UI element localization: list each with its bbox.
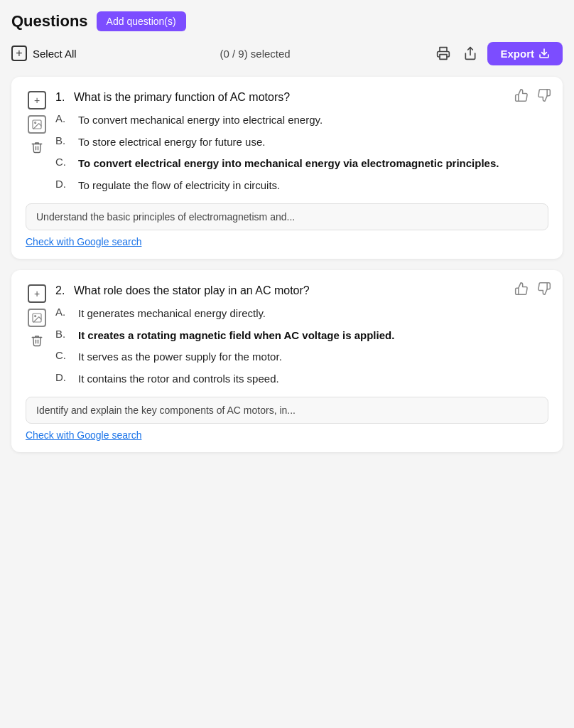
- card-top-actions: [513, 87, 553, 107]
- option-letter: C.: [55, 156, 71, 168]
- answer-option: C. It serves as the power supply for the…: [55, 349, 548, 365]
- image-icon: [28, 309, 46, 327]
- option-text: To convert electrical energy into mechan…: [78, 156, 548, 172]
- thumbs-up-icon: [514, 282, 529, 296]
- questions-list: + 1. What is the primar: [11, 77, 563, 452]
- option-text: It generates mechanical energy directly.: [78, 306, 548, 322]
- question-content: 1. What is the primary function of AC mo…: [55, 91, 548, 193]
- google-search-link[interactable]: Check with Google search: [26, 429, 141, 441]
- selected-count: (0 / 9) selected: [77, 48, 434, 60]
- select-all-icon: +: [11, 46, 27, 61]
- page-header: Questions Add question(s): [11, 11, 563, 31]
- question-text: What role does the stator play in an AC …: [74, 284, 310, 297]
- question-card-2: + 2. What role does the: [11, 270, 563, 452]
- svg-point-6: [35, 316, 36, 317]
- image-icon: [28, 115, 46, 134]
- toolbar: + Select All (0 / 9) selected Export: [11, 41, 563, 65]
- option-text: To convert mechanical energy into electr…: [78, 112, 548, 129]
- thumbs-down-button[interactable]: [536, 280, 553, 301]
- svg-point-4: [35, 122, 36, 124]
- answer-options-list: A. To convert mechanical energy into ele…: [55, 112, 548, 193]
- answer-option: B. To store electrical energy for future…: [55, 134, 548, 151]
- export-icon: [538, 48, 550, 59]
- question-icons: +: [26, 284, 48, 348]
- question-main-row: + 2. What role does the: [26, 284, 548, 387]
- question-number-row: 1. What is the primary function of AC mo…: [55, 91, 548, 104]
- option-text: To store electrical energy for future us…: [78, 134, 548, 151]
- question-main-row: + 1. What is the primar: [26, 91, 548, 193]
- option-text: To regulate the flow of electricity in c…: [78, 178, 548, 194]
- add-question-icon[interactable]: +: [28, 91, 46, 109]
- question-number: 1.: [55, 91, 70, 104]
- toolbar-actions: Export: [433, 42, 563, 65]
- answer-option: D. It contains the rotor and controls it…: [55, 371, 548, 387]
- option-text: It creates a rotating magnetic field whe…: [78, 328, 548, 344]
- option-letter: D.: [55, 371, 71, 383]
- thumbs-down-icon: [537, 282, 551, 296]
- question-card-1: + 1. What is the primar: [11, 77, 563, 259]
- share-button[interactable]: [460, 43, 480, 63]
- thumbs-down-button[interactable]: [536, 87, 553, 107]
- delete-button[interactable]: [29, 139, 45, 155]
- add-question-icon[interactable]: +: [28, 284, 46, 303]
- option-text: It serves as the power supply for the mo…: [78, 349, 548, 365]
- explanation-box: Identify and explain the key components …: [26, 397, 548, 424]
- share-icon: [463, 46, 477, 60]
- answer-option: C. To convert electrical energy into mec…: [55, 156, 548, 172]
- google-search-link[interactable]: Check with Google search: [26, 236, 141, 247]
- option-letter: D.: [55, 178, 71, 190]
- question-number: 2.: [55, 284, 70, 297]
- explanation-box: Understand the basic principles of elect…: [26, 203, 548, 230]
- option-letter: A.: [55, 306, 71, 318]
- option-text: It contains the rotor and controls its s…: [78, 371, 548, 387]
- option-letter: B.: [55, 134, 71, 146]
- option-letter: C.: [55, 349, 71, 361]
- thumbs-up-icon: [514, 88, 529, 102]
- export-label: Export: [500, 48, 534, 60]
- select-all-label: Select All: [33, 48, 77, 60]
- option-letter: B.: [55, 328, 71, 340]
- question-text: What is the primary function of AC motor…: [74, 91, 290, 104]
- answer-option: A. To convert mechanical energy into ele…: [55, 112, 548, 129]
- page-title: Questions: [11, 12, 88, 31]
- add-questions-button[interactable]: Add question(s): [97, 11, 186, 31]
- answer-option: B. It creates a rotating magnetic field …: [55, 328, 548, 344]
- thumbs-up-button[interactable]: [513, 87, 530, 107]
- svg-rect-0: [440, 55, 447, 60]
- card-top-actions: [513, 280, 553, 301]
- question-content: 2. What role does the stator play in an …: [55, 284, 548, 387]
- delete-button[interactable]: [29, 333, 45, 348]
- question-number-row: 2. What role does the stator play in an …: [55, 284, 548, 297]
- answer-option: A. It generates mechanical energy direct…: [55, 306, 548, 322]
- answer-options-list: A. It generates mechanical energy direct…: [55, 306, 548, 387]
- print-button[interactable]: [433, 43, 453, 63]
- thumbs-down-icon: [537, 88, 551, 102]
- thumbs-up-button[interactable]: [513, 280, 530, 301]
- print-icon: [436, 46, 450, 60]
- answer-option: D. To regulate the flow of electricity i…: [55, 178, 548, 194]
- export-button[interactable]: Export: [487, 42, 563, 65]
- option-letter: A.: [55, 112, 71, 124]
- question-icons: +: [26, 91, 48, 155]
- select-all-button[interactable]: + Select All: [11, 41, 77, 65]
